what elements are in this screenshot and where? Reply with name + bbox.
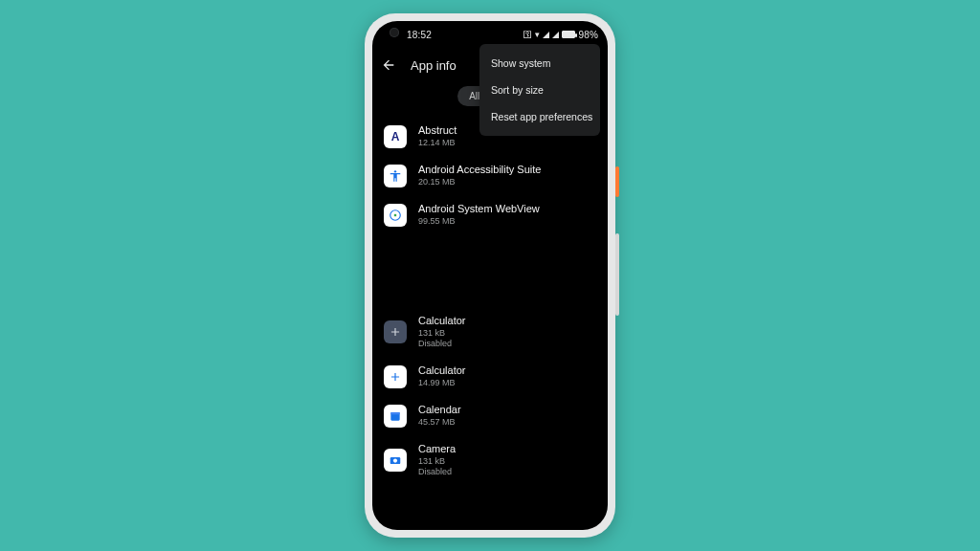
menu-item-sort-by-size[interactable]: Sort by size [479, 77, 600, 103]
app-icon-calculator [384, 365, 407, 388]
menu-item-show-system[interactable]: Show system [479, 50, 600, 77]
app-name: Calculator [418, 315, 466, 328]
app-meta: Abstruct 12.14 MB [418, 124, 457, 148]
status-bar: 18:52 ⚿ ▾ 98% [372, 25, 608, 44]
vpn-key-icon: ⚿ [523, 30, 532, 39]
status-icons: ⚿ ▾ 98% [523, 30, 598, 40]
app-meta: Calculator 14.99 MB [418, 364, 466, 388]
app-row[interactable]: Calculator 131 kB Disabled [376, 307, 604, 357]
signal-2-icon [552, 32, 559, 38]
app-name: Android System WebView [418, 203, 540, 216]
wifi-icon: ▾ [535, 30, 540, 39]
app-list[interactable]: A Abstruct 12.14 MB Android Accessibilit… [372, 117, 608, 530]
battery-percent: 98% [578, 30, 598, 40]
app-name: Abstruct [418, 124, 457, 138]
arrow-back-icon [381, 57, 396, 73]
signal-1-icon [543, 32, 549, 38]
volume-button [615, 233, 619, 316]
clock: 18:52 [407, 30, 432, 40]
app-icon-accessibility [384, 165, 407, 187]
app-size: 14.99 MB [418, 378, 466, 388]
app-icon-calculator [384, 320, 407, 343]
app-meta: Calculator 131 kB Disabled [418, 315, 466, 349]
page-title: App info [411, 58, 457, 73]
app-name: Calendar [418, 404, 461, 417]
app-status: Disabled [418, 339, 466, 349]
app-meta: Camera 131 kB Disabled [418, 443, 456, 477]
app-name: Android Accessibility Suite [418, 164, 541, 177]
app-meta: Calendar 45.57 MB [418, 404, 461, 428]
battery-icon [562, 31, 575, 38]
app-size: 20.15 MB [418, 177, 541, 187]
app-meta: Android Accessibility Suite 20.15 MB [418, 164, 541, 187]
app-icon-camera [384, 449, 407, 472]
app-row[interactable]: Calendar 45.57 MB [376, 396, 604, 435]
app-row[interactable]: Camera 131 kB Disabled [376, 435, 604, 485]
phone-frame: 18:52 ⚿ ▾ 98% App info All apps ▾ [365, 13, 615, 538]
power-button [615, 166, 619, 197]
list-gap [376, 234, 604, 307]
app-size: 131 kB [418, 456, 456, 467]
app-icon-webview [384, 204, 407, 227]
svg-point-6 [393, 459, 397, 463]
svg-rect-2 [394, 213, 396, 215]
app-size: 12.14 MB [418, 138, 457, 148]
app-row[interactable]: Calculator 14.99 MB [376, 357, 604, 396]
app-icon-abstruct: A [384, 125, 407, 148]
app-size: 99.55 MB [418, 216, 540, 227]
app-row[interactable]: Android System WebView 99.55 MB [376, 195, 604, 234]
app-size: 45.57 MB [418, 417, 461, 428]
app-name: Calculator [418, 364, 466, 378]
app-status: Disabled [418, 467, 456, 477]
menu-item-reset-prefs[interactable]: Reset app preferences [479, 103, 600, 130]
screen: 18:52 ⚿ ▾ 98% App info All apps ▾ [372, 21, 608, 530]
app-row[interactable]: Android Accessibility Suite 20.15 MB [376, 156, 604, 195]
app-name: Camera [418, 443, 456, 456]
app-size: 131 kB [418, 328, 466, 339]
app-meta: Android System WebView 99.55 MB [418, 203, 540, 227]
back-button[interactable] [380, 57, 397, 73]
svg-rect-4 [390, 412, 399, 414]
overflow-menu: Show system Sort by size Reset app prefe… [479, 44, 600, 136]
app-icon-calendar [384, 405, 407, 428]
svg-point-0 [394, 170, 396, 172]
